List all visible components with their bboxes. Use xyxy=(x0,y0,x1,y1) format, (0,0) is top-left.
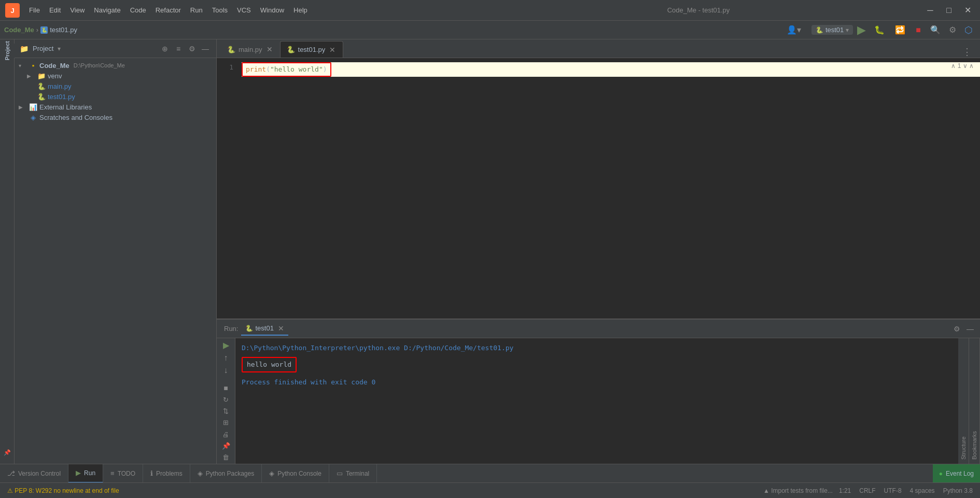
bottom-tool-todo[interactable]: ≡ TODO xyxy=(103,464,143,483)
menu-navigate[interactable]: Navigate xyxy=(90,4,124,16)
problems-label: Problems xyxy=(156,470,183,477)
project-dropdown-icon[interactable]: ▾ xyxy=(58,45,61,52)
status-python-version[interactable]: Python 3.8 xyxy=(940,486,976,495)
folder-icon: 📁 xyxy=(20,45,29,53)
close-button[interactable]: ✕ xyxy=(960,3,975,18)
expand-arrow: ▾ xyxy=(19,63,27,68)
stop-button[interactable]: ■ xyxy=(912,23,925,37)
project-header-icons: ⊕ ≡ ⚙ — xyxy=(159,43,211,54)
search-button[interactable]: 🔍 xyxy=(927,25,944,35)
user-button[interactable]: 👤▾ xyxy=(782,23,805,37)
run-config-selector[interactable]: 🐍 test01 ▾ xyxy=(811,25,853,35)
menu-vcs[interactable]: VCS xyxy=(233,4,255,16)
status-import-hint: ▲ Import tests from file... xyxy=(762,486,834,495)
debug-button[interactable]: 🐛 xyxy=(870,23,889,37)
status-position[interactable]: 1:21 xyxy=(836,486,854,495)
tab-overflow-button[interactable]: ⋮ xyxy=(958,46,976,58)
locate-file-button[interactable]: ⊕ xyxy=(159,43,171,54)
structure-sidebar[interactable]: Structure xyxy=(958,338,969,464)
menu-help[interactable]: Help xyxy=(289,4,312,16)
bottom-tool-run[interactable]: ▶ Run xyxy=(68,464,103,483)
hide-panel-button[interactable]: — xyxy=(200,43,211,54)
menu-refactor[interactable]: Refactor xyxy=(151,4,185,16)
terminal-label: Terminal xyxy=(346,470,369,477)
maximize-button[interactable]: □ xyxy=(942,3,956,18)
menu-bar: File Edit View Navigate Code Refactor Ru… xyxy=(25,4,474,16)
run-hide-button[interactable]: — xyxy=(964,323,976,335)
tree-item-main-py[interactable]: 🐍 main.py xyxy=(15,81,216,91)
tree-item-venv[interactable]: ▶ 📁 venv xyxy=(15,71,216,81)
status-bar: ⚠ PEP 8: W292 no newline at end of file … xyxy=(0,482,980,498)
run-pin-button[interactable]: 📌 xyxy=(219,441,233,450)
run-config-icon: 🐍 xyxy=(816,26,823,34)
breadcrumb-project[interactable]: Code_Me xyxy=(4,26,34,34)
project-title: Project xyxy=(33,45,53,52)
run-tab-test01[interactable]: 🐍 test01 ✕ xyxy=(241,322,288,336)
tab-main-py[interactable]: 🐍 main.py ✕ xyxy=(221,41,280,58)
tab-test01-py-close[interactable]: ✕ xyxy=(328,46,337,54)
pin-button[interactable]: 📌 xyxy=(0,445,15,460)
run-print-button[interactable]: 🖨 xyxy=(219,430,233,438)
bottom-tool-problems[interactable]: ℹ Problems xyxy=(143,464,190,483)
menu-edit[interactable]: Edit xyxy=(45,4,65,16)
run-scroll-up-button[interactable]: ↑ xyxy=(219,353,233,363)
tree-item-code-me[interactable]: ▾ ▪ Code_Me D:\Python\Code_Me xyxy=(15,60,216,71)
tree-options-button[interactable]: ⚙ xyxy=(186,43,198,54)
main-py-icon: 🐍 xyxy=(37,82,46,90)
code-line-1: print("hello world") xyxy=(242,62,980,77)
app-logo: J xyxy=(5,3,20,18)
collapse-all-button[interactable]: ≡ xyxy=(173,43,184,54)
status-warning[interactable]: ⚠ PEP 8: W292 no newline at end of file xyxy=(4,486,122,495)
run-label: Run: xyxy=(221,325,241,333)
run-settings-button[interactable]: ⚙ xyxy=(951,323,962,335)
project-tab-button[interactable]: Project xyxy=(0,44,15,58)
project-panel: 📁 Project ▾ ⊕ ≡ ⚙ — ▾ ▪ Code_Me D:\Pytho… xyxy=(15,39,217,464)
status-encoding[interactable]: UTF-8 xyxy=(881,486,905,495)
tree-item-external-libs[interactable]: ▶ 📊 External Libraries xyxy=(15,102,216,112)
tree-item-test01-py[interactable]: 🐍 test01.py xyxy=(15,91,216,102)
run-softrestart-button[interactable]: ⊞ xyxy=(219,419,233,427)
minimize-button[interactable]: ─ xyxy=(923,3,937,18)
run-scroll-down-button[interactable]: ↓ xyxy=(219,366,233,375)
tab-main-py-close[interactable]: ✕ xyxy=(265,45,274,53)
code-editor[interactable]: 1 print("hello world") ∧ 1 ∨ ∧ xyxy=(217,58,980,319)
run-stop-button[interactable]: ■ xyxy=(219,384,233,392)
run-tab-label: test01 xyxy=(255,324,273,332)
tree-item-scratches[interactable]: ◈ Scratches and Consoles xyxy=(15,112,216,122)
status-line-ending[interactable]: CRLF xyxy=(856,486,878,495)
menu-window[interactable]: Window xyxy=(256,4,288,16)
code-content[interactable]: print("hello world") xyxy=(237,58,980,319)
tab-main-py-label: main.py xyxy=(239,46,262,53)
run-exit-message: Process finished with exit code 0 xyxy=(242,377,952,388)
bottom-tool-python-console[interactable]: ◈ Python Console xyxy=(262,464,329,483)
run-content: D:\Python\Python_Interpreter\python.exe … xyxy=(235,338,958,464)
bookmarks-sidebar[interactable]: Bookmarks xyxy=(969,338,980,464)
menu-tools[interactable]: Tools xyxy=(208,4,232,16)
title-bar: J File Edit View Navigate Code Refactor … xyxy=(0,0,980,21)
run-tab-close[interactable]: ✕ xyxy=(278,324,284,333)
bottom-tool-terminal[interactable]: ▭ Terminal xyxy=(329,464,377,483)
run-config-dropdown-icon: ▾ xyxy=(846,26,849,34)
todo-label: TODO xyxy=(118,470,135,477)
run-button[interactable]: ▶ xyxy=(855,23,868,37)
test01-py-icon: 🐍 xyxy=(37,92,46,101)
event-log-button[interactable]: ● Event Log xyxy=(933,464,980,483)
bottom-tool-version-control[interactable]: ⎇ Version Control xyxy=(0,464,68,483)
line-numbers: 1 xyxy=(217,58,237,319)
menu-code[interactable]: Code xyxy=(126,4,150,16)
menu-run[interactable]: Run xyxy=(186,4,207,16)
status-indent[interactable]: 4 spaces xyxy=(907,486,938,495)
notifications-button[interactable]: ⬡ xyxy=(961,24,976,36)
bottom-tool-python-packages[interactable]: ◈ Python Packages xyxy=(190,464,262,483)
menu-view[interactable]: View xyxy=(66,4,89,16)
python-console-icon: ◈ xyxy=(269,469,274,477)
run-play-button[interactable]: ▶ xyxy=(219,340,233,350)
run-rerun-button[interactable]: ↻ xyxy=(219,395,233,404)
run-delete-button[interactable]: 🗑 xyxy=(219,453,233,462)
menu-file[interactable]: File xyxy=(25,4,44,16)
coverage-button[interactable]: 🔁 xyxy=(891,23,909,37)
settings-button[interactable]: ⚙ xyxy=(946,25,959,35)
run-filter-button[interactable]: ⇅ xyxy=(219,407,233,415)
tab-test01-py-label: test01.py xyxy=(298,46,326,53)
tab-test01-py[interactable]: 🐍 test01.py ✕ xyxy=(280,41,344,58)
